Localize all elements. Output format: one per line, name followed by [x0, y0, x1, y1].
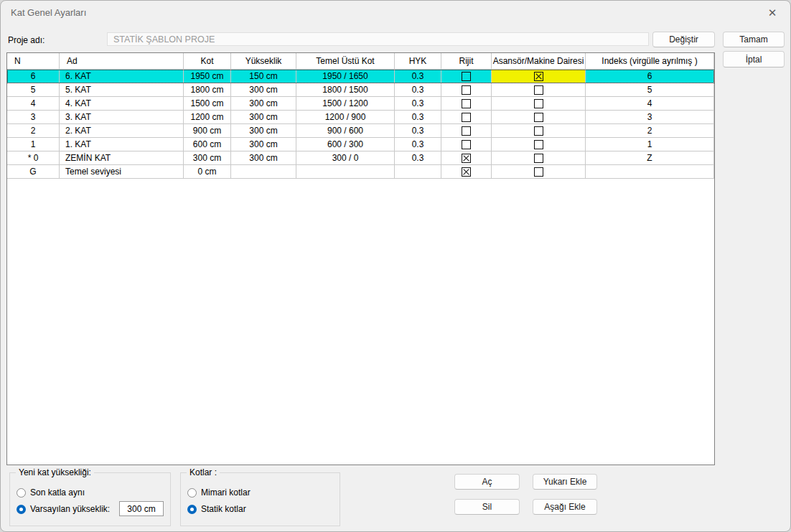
cell-kot[interactable]: 1950 cm: [184, 70, 231, 83]
cell-yukseklik[interactable]: 300 cm: [231, 151, 296, 165]
cell-kot[interactable]: 0 cm: [184, 165, 231, 179]
cell-kot[interactable]: 1500 cm: [184, 97, 231, 111]
cell-ad[interactable]: 1. KAT: [60, 138, 184, 151]
floors-grid[interactable]: NAdKotYükseklikTemel Üstü KotHYKRijitAsa…: [6, 52, 715, 465]
checkbox-unchecked-icon[interactable]: [462, 72, 471, 81]
checkbox-unchecked-icon[interactable]: [462, 140, 471, 149]
checkbox-unchecked-icon[interactable]: [462, 85, 471, 95]
cell-n[interactable]: 5: [7, 83, 60, 97]
close-icon[interactable]: ✕: [763, 4, 782, 22]
cell-temel_ustu_kot[interactable]: 300 / 0: [296, 151, 395, 165]
cell-n[interactable]: 2: [7, 124, 60, 138]
cell-temel_ustu_kot[interactable]: 1950 / 1650: [296, 70, 395, 83]
cell-kot[interactable]: 600 cm: [184, 138, 231, 151]
cell-asansor[interactable]: [492, 124, 586, 138]
cell-kot[interactable]: 1800 cm: [184, 83, 231, 97]
cell-asansor[interactable]: [492, 151, 586, 165]
cell-n[interactable]: G: [7, 165, 60, 179]
cell-hyk[interactable]: 0.3: [395, 70, 441, 83]
cell-indeks[interactable]: 3: [586, 111, 714, 124]
cell-yukseklik[interactable]: [231, 165, 296, 179]
checkbox-unchecked-icon[interactable]: [462, 99, 471, 108]
cell-asansor[interactable]: [492, 111, 586, 124]
cell-rijit[interactable]: [441, 138, 492, 151]
table-row[interactable]: 55. KAT1800 cm300 cm1800 / 15000.35: [7, 83, 714, 97]
cell-rijit[interactable]: [441, 151, 492, 165]
cell-temel_ustu_kot[interactable]: [296, 165, 395, 179]
cell-indeks[interactable]: 4: [586, 97, 714, 111]
cell-hyk[interactable]: 0.3: [395, 124, 441, 138]
cell-temel_ustu_kot[interactable]: 1200 / 900: [296, 111, 395, 124]
cell-kot[interactable]: 300 cm: [184, 151, 231, 165]
checkbox-unchecked-icon[interactable]: [534, 113, 543, 122]
checkbox-unchecked-icon[interactable]: [462, 126, 471, 136]
cancel-button[interactable]: İptal: [723, 51, 785, 67]
cell-n[interactable]: 3: [7, 111, 60, 124]
ok-button[interactable]: Tamam: [723, 32, 785, 47]
cell-rijit[interactable]: [441, 70, 492, 83]
cell-hyk[interactable]: 0.3: [395, 151, 441, 165]
radio-architectural-levels[interactable]: Mimari kotlar: [187, 487, 251, 498]
cell-yukseklik[interactable]: 300 cm: [231, 124, 296, 138]
default-height-input[interactable]: [119, 501, 164, 516]
cell-indeks[interactable]: 5: [586, 83, 714, 97]
cell-rijit[interactable]: [441, 97, 492, 111]
checkbox-unchecked-icon[interactable]: [462, 113, 471, 122]
cell-asansor[interactable]: [492, 70, 586, 83]
cell-yukseklik[interactable]: 300 cm: [231, 97, 296, 111]
cell-hyk[interactable]: 0.3: [395, 138, 441, 151]
cell-asansor[interactable]: [492, 97, 586, 111]
checkbox-checked-icon[interactable]: [462, 167, 471, 177]
cell-temel_ustu_kot[interactable]: 1500 / 1200: [296, 97, 395, 111]
cell-temel_ustu_kot[interactable]: 600 / 300: [296, 138, 395, 151]
cell-indeks[interactable]: 6: [586, 70, 714, 83]
project-name-field[interactable]: [107, 32, 649, 46]
table-row[interactable]: 22. KAT900 cm300 cm900 / 6000.32: [7, 124, 714, 138]
table-row[interactable]: 44. KAT1500 cm300 cm1500 / 12000.34: [7, 97, 714, 111]
add-below-button[interactable]: Aşağı Ekle: [533, 499, 597, 515]
cell-asansor[interactable]: [492, 83, 586, 97]
checkbox-unchecked-icon[interactable]: [534, 154, 543, 163]
cell-yukseklik[interactable]: 300 cm: [231, 111, 296, 124]
radio-default-height[interactable]: Varsayılan yükseklik:: [17, 504, 110, 514]
checkbox-checked-icon[interactable]: [534, 72, 543, 81]
cell-ad[interactable]: 2. KAT: [60, 124, 184, 138]
cell-temel_ustu_kot[interactable]: 900 / 600: [296, 124, 395, 138]
cell-rijit[interactable]: [441, 165, 492, 179]
radio-static-levels[interactable]: Statik kotlar: [187, 504, 246, 514]
cell-yukseklik[interactable]: 300 cm: [231, 138, 296, 151]
cell-n[interactable]: 4: [7, 97, 60, 111]
table-row[interactable]: * 0ZEMİN KAT300 cm300 cm300 / 00.3Z: [7, 151, 714, 165]
cell-ad[interactable]: Temel seviyesi: [60, 165, 184, 179]
cell-hyk[interactable]: 0.3: [395, 111, 441, 124]
cell-ad[interactable]: 4. KAT: [60, 97, 184, 111]
checkbox-unchecked-icon[interactable]: [534, 167, 543, 177]
cell-asansor[interactable]: [492, 138, 586, 151]
cell-indeks[interactable]: [586, 165, 714, 179]
cell-hyk[interactable]: 0.3: [395, 97, 441, 111]
cell-ad[interactable]: 5. KAT: [60, 83, 184, 97]
change-button[interactable]: Değiştir: [652, 32, 715, 47]
add-above-button[interactable]: Yukarı Ekle: [533, 474, 597, 490]
cell-ad[interactable]: ZEMİN KAT: [60, 151, 184, 165]
delete-button[interactable]: Sil: [454, 499, 520, 515]
checkbox-unchecked-icon[interactable]: [534, 140, 543, 149]
checkbox-unchecked-icon[interactable]: [534, 126, 543, 136]
cell-hyk[interactable]: [395, 165, 441, 179]
cell-n[interactable]: 6: [7, 70, 60, 83]
radio-icon[interactable]: [17, 488, 26, 498]
table-row[interactable]: GTemel seviyesi0 cm: [7, 165, 714, 179]
cell-kot[interactable]: 900 cm: [184, 124, 231, 138]
cell-rijit[interactable]: [441, 111, 492, 124]
cell-ad[interactable]: 6. KAT: [60, 70, 184, 83]
radio-same-as-last-floor[interactable]: Son katla aynı: [17, 487, 85, 498]
cell-indeks[interactable]: 1: [586, 138, 714, 151]
cell-rijit[interactable]: [441, 83, 492, 97]
radio-icon[interactable]: [187, 488, 197, 498]
cell-indeks[interactable]: Z: [586, 151, 714, 165]
cell-rijit[interactable]: [441, 124, 492, 138]
cell-n[interactable]: 1: [7, 138, 60, 151]
cell-temel_ustu_kot[interactable]: 1800 / 1500: [296, 83, 395, 97]
radio-icon[interactable]: [17, 505, 26, 514]
cell-yukseklik[interactable]: 150 cm: [231, 70, 296, 83]
